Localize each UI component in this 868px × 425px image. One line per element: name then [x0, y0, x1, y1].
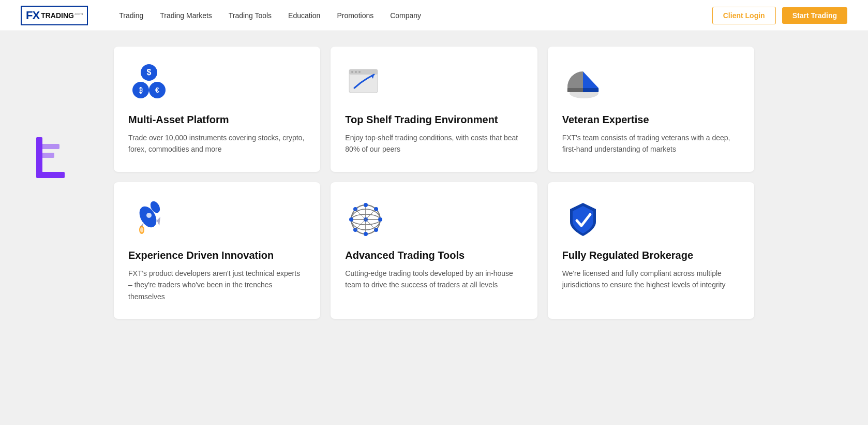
svg-text:₿: ₿ — [139, 86, 143, 94]
multi-asset-icon: $ ₿ € — [128, 63, 170, 105]
card-top-shelf-desc: Enjoy top-shelf trading conditions, with… — [345, 132, 522, 155]
svg-text:€: € — [155, 86, 159, 94]
svg-point-13 — [355, 71, 357, 73]
card-innovation-title: Experience Driven Innovation — [128, 250, 306, 261]
svg-rect-1 — [36, 172, 65, 178]
card-top-shelf: Top Shelf Trading Environment Enjoy top-… — [331, 47, 537, 172]
advanced-tools-icon — [345, 199, 386, 240]
nav-link-promotions[interactable]: Promotions — [337, 11, 373, 20]
nav-link-trading-markets[interactable]: Trading Markets — [160, 11, 212, 20]
nav-link-company[interactable]: Company — [390, 11, 421, 20]
main-content: $ ₿ € Multi-Asset Platform Trade over 10… — [0, 31, 868, 424]
navbar: FX TRADING.com Trading Trading Markets T… — [0, 0, 868, 31]
svg-rect-3 — [41, 153, 54, 158]
card-advanced-tools-desc: Cutting-edge trading tools developed by … — [345, 268, 522, 291]
card-regulated: Fully Regulated Brokerage We're licensed… — [548, 182, 754, 319]
svg-rect-2 — [41, 144, 59, 149]
svg-point-29 — [364, 203, 368, 207]
svg-rect-11 — [349, 69, 378, 75]
card-veteran-title: Veteran Expertise — [562, 114, 740, 126]
svg-point-23 — [140, 227, 143, 232]
svg-point-19 — [146, 213, 152, 218]
logo[interactable]: FX TRADING.com — [21, 6, 88, 25]
card-multi-asset: $ ₿ € Multi-Asset Platform Trade over 10… — [114, 47, 320, 172]
card-veteran-desc: FXT's team consists of trading veterans … — [562, 132, 740, 155]
svg-point-32 — [378, 217, 382, 222]
card-advanced-tools-title: Advanced Trading Tools — [345, 250, 522, 261]
nav-link-trading-tools[interactable]: Trading Tools — [229, 11, 272, 20]
svg-point-14 — [358, 71, 361, 73]
svg-point-31 — [349, 217, 353, 222]
card-regulated-title: Fully Regulated Brokerage — [562, 250, 740, 261]
logo-trading-text: TRADING.com — [41, 11, 83, 20]
cards-grid: $ ₿ € Multi-Asset Platform Trade over 10… — [114, 47, 754, 319]
svg-point-12 — [351, 71, 353, 73]
logo-box: FX TRADING.com — [21, 6, 88, 25]
veteran-icon — [562, 63, 604, 105]
start-trading-button[interactable]: Start Trading — [782, 7, 847, 24]
nav-link-education[interactable]: Education — [288, 11, 320, 20]
innovation-icon — [128, 199, 170, 240]
svg-marker-21 — [157, 217, 160, 226]
card-multi-asset-desc: Trade over 10,000 instruments covering s… — [128, 132, 306, 155]
card-innovation: Experience Driven Innovation FXT's produ… — [114, 182, 320, 319]
client-login-button[interactable]: Client Login — [712, 7, 776, 24]
svg-text:$: $ — [147, 68, 152, 77]
card-regulated-desc: We're licensed and fully compliant acros… — [562, 268, 740, 291]
nav-actions: Client Login Start Trading — [712, 7, 847, 24]
top-shelf-icon — [345, 63, 386, 105]
nav-links: Trading Trading Markets Trading Tools Ed… — [119, 11, 712, 20]
card-multi-asset-title: Multi-Asset Platform — [128, 114, 306, 126]
card-advanced-tools: Advanced Trading Tools Cutting-edge trad… — [331, 182, 537, 319]
card-innovation-desc: FXT's product developers aren't just tec… — [128, 268, 306, 302]
side-icon — [31, 135, 72, 192]
card-top-shelf-title: Top Shelf Trading Environment — [345, 114, 522, 126]
nav-link-trading[interactable]: Trading — [119, 11, 143, 20]
logo-fx-text: FX — [26, 9, 39, 22]
regulated-icon — [562, 199, 604, 240]
svg-point-30 — [364, 232, 368, 236]
card-veteran: Veteran Expertise FXT's team consists of… — [548, 47, 754, 172]
